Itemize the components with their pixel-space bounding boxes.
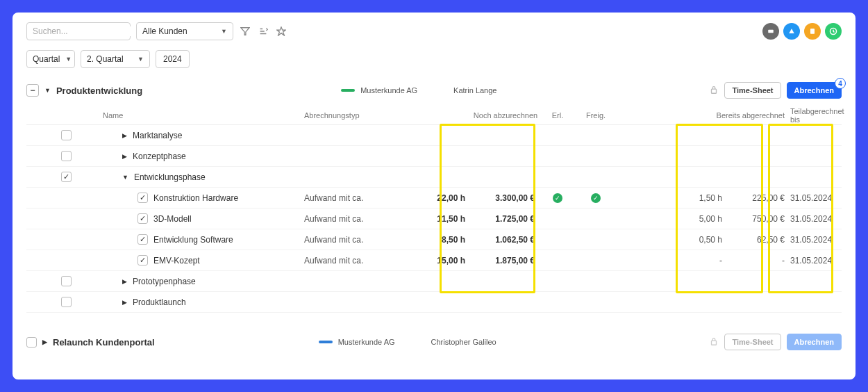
bill-button[interactable]: Abrechnen 4 (787, 82, 842, 99)
project-color-bar (341, 89, 355, 92)
item-partbilled-date: 31.05.2024 (790, 256, 849, 266)
item-partbilled-date: 31.05.2024 (790, 214, 849, 224)
item-amount: 1.875,00 € (471, 256, 540, 266)
svg-rect-4 (768, 30, 774, 33)
status-ok-icon: ✓ (553, 193, 562, 203)
svg-rect-9 (712, 341, 717, 345)
project-color-bar (319, 341, 333, 343)
col-erl: Erl. (540, 111, 575, 120)
item-partbilled-date: 31.05.2024 (790, 193, 849, 203)
lock-icon (709, 336, 719, 348)
row-disclose[interactable]: ▶ (122, 153, 127, 160)
project2-name: Relaunch Kundenportal (53, 337, 155, 348)
row-disclose[interactable]: ▶ (122, 132, 127, 139)
row-disclose[interactable]: ▼ (122, 174, 128, 181)
row-disclose[interactable]: ▶ (122, 299, 127, 306)
sort-icon[interactable] (257, 25, 269, 38)
svg-marker-3 (277, 27, 285, 35)
table-row: 3D-Modell Aufwand mit ca. 11,50 h 1.725,… (26, 209, 842, 229)
nav-overview-button[interactable] (762, 23, 779, 40)
item-hours: 8,50 h (415, 235, 471, 245)
row-checkbox[interactable] (137, 234, 148, 245)
row-checkbox[interactable] (137, 255, 148, 266)
item-hours: 22,00 h (415, 193, 471, 203)
item-billed-eur: 225,00 € (728, 193, 790, 203)
row-label: Entwicklungsphase (134, 172, 206, 182)
project-disclose[interactable]: ▶ (42, 338, 47, 345)
col-billed: Bereits abgerechnet (672, 111, 790, 120)
chevron-down-icon: ▼ (221, 28, 227, 35)
col-partbilled: Teilabgerechnet bis (790, 107, 849, 124)
row-checkbox[interactable] (61, 297, 72, 307)
col-name: Name (103, 111, 304, 120)
item-erl: ✓ (540, 193, 575, 203)
chevron-down-icon: ▼ (137, 56, 144, 63)
filter-icon[interactable] (239, 25, 251, 38)
period-value-dropdown[interactable]: 2. Quartal ▼ (81, 50, 150, 68)
col-tobill: Noch abzurechnen (471, 111, 540, 120)
item-name: Entwicklung Software (153, 235, 233, 245)
period-unit-label: Quartal (33, 54, 60, 64)
col-freig: Freig. (575, 111, 617, 120)
project2-client: Musterkunde AG (338, 338, 395, 346)
nav-notes-button[interactable] (804, 23, 821, 40)
table-row: EMV-Kozept Aufwand mit ca. 15,00 h 1.875… (26, 250, 842, 271)
item-name: EMV-Kozept (153, 256, 200, 266)
item-name: Konstruktion Hardware (153, 193, 238, 203)
customer-filter-dropdown[interactable]: Alle Kunden ▼ (136, 22, 233, 40)
item-billed-h: 1,50 h (672, 193, 728, 203)
row-checkbox[interactable] (61, 276, 72, 286)
star-icon[interactable] (275, 25, 287, 38)
collapse-all-toggle[interactable]: − (26, 84, 39, 97)
item-billed-h: 0,50 h (672, 235, 728, 245)
bill-button-disabled[interactable]: Abrechnen (787, 334, 842, 350)
project2-checkbox[interactable] (26, 337, 37, 348)
item-billingtype: Aufwand mit ca. (304, 214, 415, 224)
item-billed-eur: - (728, 256, 790, 266)
row-checkbox[interactable] (61, 172, 72, 182)
project-disclose[interactable]: ▼ (44, 87, 51, 94)
period-year-label: 2024 (163, 54, 182, 64)
svg-rect-6 (810, 28, 815, 34)
item-name: 3D-Modell (153, 214, 192, 224)
row-label: Konzeptphase (133, 152, 186, 161)
chevron-down-icon: ▼ (65, 56, 72, 63)
bill-button-badge: 4 (835, 78, 846, 89)
row-disclose[interactable]: ▶ (122, 278, 127, 285)
project-name: Produktentwicklung (56, 85, 142, 96)
col-billingtype: Abrechnungstyp (304, 111, 415, 120)
row-checkbox[interactable] (61, 130, 72, 140)
row-checkbox[interactable] (137, 193, 148, 203)
nav-notify-button[interactable] (783, 23, 800, 40)
bill-button-label: Abrechnen (794, 86, 834, 95)
item-billed-eur: 62,50 € (728, 235, 790, 245)
svg-rect-8 (712, 89, 717, 93)
item-freig: ✓ (575, 193, 617, 203)
table-row: Konstruktion Hardware Aufwand mit ca. 22… (26, 188, 842, 209)
item-billed-eur: 750,00 € (728, 214, 790, 224)
timesheet-button[interactable]: Time-Sheet (724, 82, 781, 99)
row-label: Prototypenphase (133, 277, 196, 286)
table-row: Entwicklung Software Aufwand mit ca. 8,5… (26, 229, 842, 250)
item-amount: 3.300,00 € (471, 193, 540, 203)
item-billingtype: Aufwand mit ca. (304, 235, 415, 245)
row-checkbox[interactable] (61, 151, 72, 161)
svg-marker-2 (241, 28, 249, 35)
item-billed-h: - (672, 256, 728, 266)
lock-icon (709, 85, 719, 97)
row-label: Marktanalyse (133, 131, 182, 140)
period-unit-dropdown[interactable]: Quartal ▼ (26, 50, 75, 68)
search-input-wrap[interactable] (26, 22, 131, 40)
project-owner: Katrin Lange (453, 86, 496, 95)
item-billed-h: 5,00 h (672, 214, 728, 224)
period-year[interactable]: 2024 (156, 50, 190, 68)
item-hours: 11,50 h (415, 214, 471, 224)
row-checkbox[interactable] (137, 213, 148, 224)
status-ok-icon: ✓ (591, 193, 601, 203)
timesheet-button[interactable]: Time-Sheet (724, 334, 781, 350)
item-billingtype: Aufwand mit ca. (304, 193, 415, 203)
item-hours: 15,00 h (415, 256, 471, 266)
project2-owner: Christopher Galileo (431, 338, 496, 346)
nav-time-button[interactable] (825, 23, 842, 40)
search-input[interactable] (33, 26, 137, 36)
